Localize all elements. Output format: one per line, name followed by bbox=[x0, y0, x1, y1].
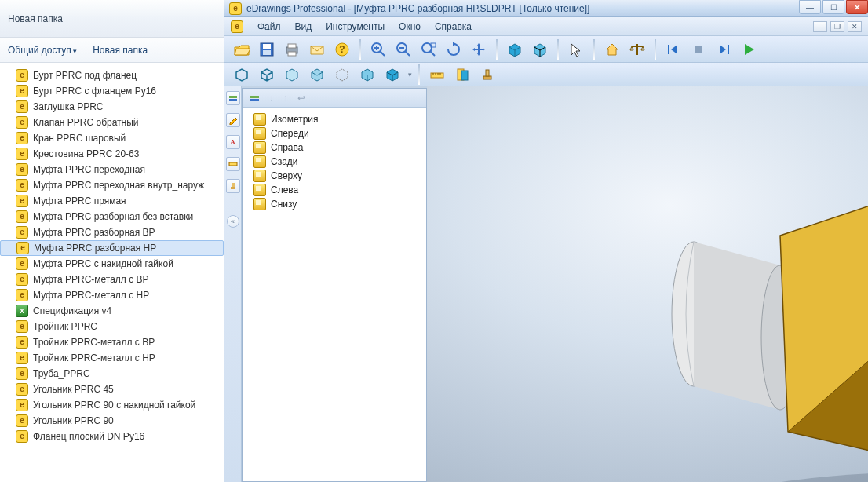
measure-icon[interactable] bbox=[426, 64, 448, 86]
file-label: Тройник PPRC bbox=[33, 321, 97, 332]
print-icon[interactable] bbox=[281, 38, 303, 60]
new-folder-button[interactable]: Новая папка bbox=[93, 45, 148, 56]
file-item[interactable]: Тройник PPRC-металл с ВР bbox=[0, 334, 224, 350]
file-item[interactable]: Труба_PPRC bbox=[0, 366, 224, 382]
file-explorer: Новая папка Общий доступ Новая папка Бур… bbox=[0, 0, 224, 482]
file-item[interactable]: Угольник PPRC 45 bbox=[0, 382, 224, 397]
file-item[interactable]: Угольник PPRC 90 bbox=[0, 413, 224, 429]
file-item[interactable]: Заглушка PPRC bbox=[0, 99, 224, 115]
file-item[interactable]: Муфта PPRC разборная НР bbox=[0, 240, 224, 256]
file-label: Муфта PPRC разборная ВР bbox=[33, 227, 155, 238]
open-icon[interactable] bbox=[231, 38, 253, 60]
first-icon[interactable] bbox=[662, 38, 684, 60]
file-item[interactable]: Тройник PPRC-металл с НР bbox=[0, 350, 224, 366]
view-item[interactable]: Сзади bbox=[246, 155, 423, 169]
3d-viewport[interactable] bbox=[427, 86, 868, 482]
maximize-button[interactable]: ☐ bbox=[822, 0, 844, 14]
down-icon[interactable]: ↓ bbox=[269, 93, 274, 104]
rotate-icon[interactable] bbox=[443, 38, 465, 60]
minimize-button[interactable]: — bbox=[799, 0, 821, 14]
menu-help[interactable]: Справка bbox=[435, 21, 472, 32]
save-icon[interactable] bbox=[256, 38, 278, 60]
wire1-icon[interactable] bbox=[231, 64, 253, 86]
file-item[interactable]: Крестовина PPRC 20-63 bbox=[0, 146, 224, 162]
separator bbox=[655, 39, 656, 60]
pencil-icon[interactable] bbox=[226, 113, 240, 127]
zoom-in-icon[interactable] bbox=[367, 38, 389, 60]
breadcrumb[interactable]: Новая папка bbox=[8, 13, 63, 24]
share-dropdown[interactable]: Общий доступ bbox=[8, 45, 77, 56]
file-item[interactable]: Клапан PPRC обратный bbox=[0, 115, 224, 130]
solid-cube-icon[interactable] bbox=[381, 64, 403, 86]
view-item[interactable]: Спереди bbox=[246, 126, 423, 141]
file-item[interactable]: Муфта PPRC разборная ВР bbox=[0, 225, 224, 240]
file-item[interactable]: Бурт PPRC с фланцем Ру16 bbox=[0, 83, 224, 99]
redo-icon[interactable]: ↩ bbox=[297, 93, 305, 104]
shaded-edges-icon[interactable] bbox=[529, 38, 551, 60]
view-item[interactable]: Снизу bbox=[246, 197, 423, 211]
wire5-icon[interactable] bbox=[331, 64, 353, 86]
wire3-icon[interactable] bbox=[281, 64, 303, 86]
view-item[interactable]: Изометрия bbox=[246, 112, 423, 126]
help-icon[interactable]: ? bbox=[331, 38, 353, 60]
mdi-restore[interactable]: ❐ bbox=[830, 21, 844, 32]
file-item[interactable]: Спецификация v4 bbox=[0, 303, 224, 319]
mail-icon[interactable] bbox=[306, 38, 328, 60]
up-icon[interactable]: ↑ bbox=[283, 93, 288, 104]
file-item[interactable]: Фланец плоский DN Ру16 bbox=[0, 429, 224, 444]
menu-window[interactable]: Окно bbox=[399, 21, 421, 32]
view-item[interactable]: Справа bbox=[246, 141, 423, 155]
file-item[interactable]: Муфта PPRC разборная без вставки bbox=[0, 209, 224, 225]
section-icon[interactable] bbox=[451, 64, 473, 86]
pan-icon[interactable] bbox=[468, 38, 490, 60]
separator bbox=[557, 39, 559, 60]
file-item[interactable]: Кран PPRC шаровый bbox=[0, 130, 224, 146]
play-icon[interactable] bbox=[738, 38, 760, 60]
dropdown-chev-icon[interactable]: ▾ bbox=[407, 71, 412, 79]
menu-file[interactable]: Файл bbox=[257, 21, 281, 32]
mdi-minimize[interactable]: — bbox=[813, 21, 827, 32]
file-item[interactable]: Бурт PPRC под фланец bbox=[0, 68, 224, 83]
stop-icon[interactable] bbox=[687, 38, 709, 60]
zoom-area-icon[interactable] bbox=[418, 38, 439, 60]
view-item[interactable]: Сверху bbox=[246, 169, 423, 183]
file-item[interactable]: Муфта PPRC-металл с НР bbox=[0, 287, 224, 303]
wire4-icon[interactable] bbox=[306, 64, 328, 86]
mdi-close[interactable]: ✕ bbox=[848, 21, 862, 32]
home-icon[interactable] bbox=[601, 38, 623, 60]
separator bbox=[593, 39, 595, 60]
close-button[interactable]: ✕ bbox=[846, 0, 868, 14]
file-item[interactable]: Муфта PPRC-металл с ВР bbox=[0, 272, 224, 287]
text-icon[interactable]: A bbox=[226, 135, 240, 149]
file-item[interactable]: Тройник PPRC bbox=[0, 319, 224, 334]
zoom-out-icon[interactable] bbox=[392, 38, 414, 60]
collapse-button[interactable]: « bbox=[227, 215, 239, 228]
file-item[interactable]: Угольник PPRC 90 с накидной гайкой bbox=[0, 397, 224, 413]
wire6-icon[interactable] bbox=[356, 64, 378, 86]
file-item[interactable]: Муфта PPRC прямая bbox=[0, 193, 224, 209]
orientation-icon bbox=[253, 170, 266, 182]
last-icon[interactable] bbox=[713, 38, 735, 60]
file-item[interactable]: Муфта PPRC с накидной гайкой bbox=[0, 256, 224, 272]
stamp-icon[interactable] bbox=[476, 64, 498, 86]
view-label: Снизу bbox=[271, 199, 297, 210]
layers-icon[interactable] bbox=[226, 91, 240, 105]
select-icon[interactable] bbox=[565, 38, 587, 60]
balance-icon[interactable] bbox=[626, 38, 648, 60]
file-label: Крестовина PPRC 20-63 bbox=[33, 148, 139, 159]
workarea: A « ↓ ↑ ↩ ИзометрияСпередиСправаСзадиСве… bbox=[224, 86, 868, 482]
file-item[interactable]: Муфта PPRC переходная внутр_наруж bbox=[0, 177, 224, 193]
edrawings-file-icon bbox=[16, 383, 28, 396]
file-label: Муфта PPRC-металл с НР bbox=[33, 290, 149, 301]
view-item[interactable]: Слева bbox=[246, 183, 423, 197]
stamp2-icon[interactable] bbox=[226, 179, 240, 193]
ruler-icon[interactable] bbox=[226, 157, 240, 171]
edrawings-file-icon bbox=[16, 163, 28, 176]
menu-tools[interactable]: Инструменты bbox=[326, 21, 385, 32]
edrawings-file-icon bbox=[16, 226, 28, 239]
wire2-icon[interactable] bbox=[256, 64, 278, 86]
file-item[interactable]: Муфта PPRC переходная bbox=[0, 162, 224, 177]
file-label: Муфта PPRC переходная bbox=[33, 164, 145, 175]
shaded-icon[interactable] bbox=[504, 38, 526, 60]
menu-view[interactable]: Вид bbox=[295, 21, 312, 32]
